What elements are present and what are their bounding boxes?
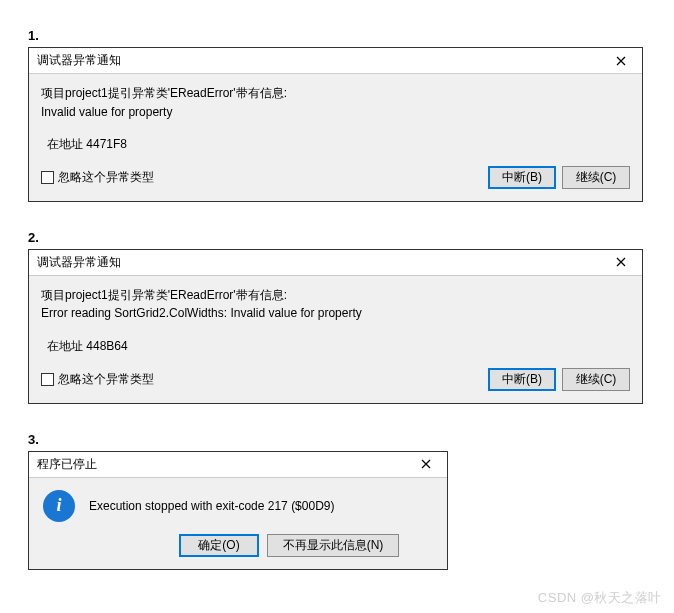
dialog-body: i Execution stopped with exit-code 217 (… [29,478,447,534]
exception-dialog-2: 调试器异常通知 项目project1提引异常类'EReadError'带有信息:… [28,249,643,404]
exit-code-message: Execution stopped with exit-code 217 ($0… [89,499,433,513]
titlebar: 调试器异常通知 [29,250,642,276]
message-line-2: Error reading SortGrid2.ColWidths: Inval… [41,304,630,323]
section-label-2: 2. [28,230,656,245]
ignore-label: 忽略这个异常类型 [58,370,154,389]
message-line-1: 项目project1提引异常类'EReadError'带有信息: [41,84,630,103]
address-line: 在地址 448B64 [41,337,630,356]
close-button[interactable] [606,51,636,71]
address-line: 在地址 4471F8 [41,135,630,154]
continue-button[interactable]: 继续(C) [562,166,630,189]
close-icon [616,257,626,267]
info-icon: i [43,490,75,522]
dialog-title: 调试器异常通知 [37,254,121,271]
close-button[interactable] [411,454,441,474]
ignore-label: 忽略这个异常类型 [58,168,154,187]
titlebar: 调试器异常通知 [29,48,642,74]
section-label-3: 3. [28,432,656,447]
titlebar: 程序已停止 [29,452,447,478]
dialog-title: 调试器异常通知 [37,52,121,69]
dialog-body: 项目project1提引异常类'EReadError'带有信息: Error r… [29,276,642,403]
section-label-1: 1. [28,28,656,43]
close-button[interactable] [606,252,636,272]
checkbox-icon[interactable] [41,171,54,184]
ok-button[interactable]: 确定(O) [179,534,259,557]
ignore-checkbox-row[interactable]: 忽略这个异常类型 [41,168,154,187]
close-icon [616,56,626,66]
stopped-dialog: 程序已停止 i Execution stopped with exit-code… [28,451,448,570]
watermark: CSDN @秋天之落叶 [538,589,662,607]
exception-dialog-1: 调试器异常通知 项目project1提引异常类'EReadError'带有信息:… [28,47,643,202]
checkbox-icon[interactable] [41,373,54,386]
dialog-title: 程序已停止 [37,456,97,473]
ignore-checkbox-row[interactable]: 忽略这个异常类型 [41,370,154,389]
close-icon [421,459,431,469]
message-line-1: 项目project1提引异常类'EReadError'带有信息: [41,286,630,305]
break-button[interactable]: 中断(B) [488,368,556,391]
continue-button[interactable]: 继续(C) [562,368,630,391]
message-line-2: Invalid value for property [41,103,630,122]
dont-show-button[interactable]: 不再显示此信息(N) [267,534,399,557]
break-button[interactable]: 中断(B) [488,166,556,189]
dialog-body: 项目project1提引异常类'EReadError'带有信息: Invalid… [29,74,642,201]
